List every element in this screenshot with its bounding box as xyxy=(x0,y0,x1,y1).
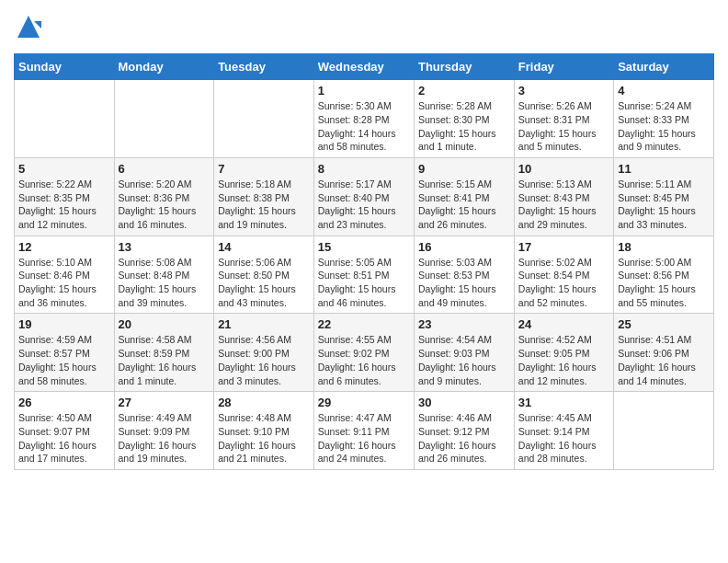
calendar-day-header: Tuesday xyxy=(214,54,314,80)
day-number: 31 xyxy=(518,396,609,409)
calendar-cell: 7Sunrise: 5:18 AM Sunset: 8:38 PM Daylig… xyxy=(214,157,314,236)
calendar-cell: 18Sunrise: 5:00 AM Sunset: 8:56 PM Dayli… xyxy=(614,236,714,314)
calendar-week-row: 12Sunrise: 5:10 AM Sunset: 8:46 PM Dayli… xyxy=(15,236,714,314)
day-number: 6 xyxy=(119,162,210,176)
day-number: 28 xyxy=(218,396,310,409)
day-info: Sunrise: 5:03 AM Sunset: 8:53 PM Dayligh… xyxy=(418,256,510,310)
day-info: Sunrise: 5:10 AM Sunset: 8:46 PM Dayligh… xyxy=(18,256,110,310)
calendar-cell: 28Sunrise: 4:48 AM Sunset: 9:10 PM Dayli… xyxy=(214,392,314,470)
day-info: Sunrise: 4:52 AM Sunset: 9:05 PM Dayligh… xyxy=(518,333,609,387)
calendar-body: 1Sunrise: 5:30 AM Sunset: 8:28 PM Daylig… xyxy=(15,80,714,470)
calendar-day-header: Sunday xyxy=(15,54,115,80)
day-info: Sunrise: 5:30 AM Sunset: 8:28 PM Dayligh… xyxy=(318,99,410,154)
calendar-day-header: Saturday xyxy=(614,54,714,80)
day-number: 12 xyxy=(18,240,110,254)
calendar-day-header: Wednesday xyxy=(313,54,414,80)
calendar-cell: 3Sunrise: 5:26 AM Sunset: 8:31 PM Daylig… xyxy=(514,80,613,158)
calendar-cell: 27Sunrise: 4:49 AM Sunset: 9:09 PM Dayli… xyxy=(114,392,214,470)
calendar-cell: 31Sunrise: 4:45 AM Sunset: 9:14 PM Dayli… xyxy=(514,392,613,470)
calendar-cell: 1Sunrise: 5:30 AM Sunset: 8:28 PM Daylig… xyxy=(313,80,414,158)
calendar-week-row: 26Sunrise: 4:50 AM Sunset: 9:07 PM Dayli… xyxy=(15,392,714,470)
day-info: Sunrise: 5:08 AM Sunset: 8:48 PM Dayligh… xyxy=(119,256,210,310)
calendar-cell: 9Sunrise: 5:15 AM Sunset: 8:41 PM Daylig… xyxy=(414,157,514,236)
day-info: Sunrise: 5:02 AM Sunset: 8:54 PM Dayligh… xyxy=(518,256,609,310)
calendar-cell: 24Sunrise: 4:52 AM Sunset: 9:05 PM Dayli… xyxy=(514,314,613,392)
day-info: Sunrise: 5:13 AM Sunset: 8:43 PM Dayligh… xyxy=(518,178,609,232)
day-number: 5 xyxy=(18,162,110,176)
day-number: 18 xyxy=(618,240,710,254)
day-number: 10 xyxy=(518,162,609,176)
calendar-cell: 17Sunrise: 5:02 AM Sunset: 8:54 PM Dayli… xyxy=(514,236,613,314)
day-number: 21 xyxy=(218,317,310,331)
day-number: 4 xyxy=(618,84,710,98)
calendar-cell: 11Sunrise: 5:11 AM Sunset: 8:45 PM Dayli… xyxy=(614,157,714,236)
calendar-table: SundayMondayTuesdayWednesdayThursdayFrid… xyxy=(14,53,714,470)
logo xyxy=(14,14,41,44)
calendar-cell xyxy=(114,80,214,158)
day-number: 2 xyxy=(418,84,510,98)
day-number: 22 xyxy=(318,317,410,331)
calendar-cell: 19Sunrise: 4:59 AM Sunset: 8:57 PM Dayli… xyxy=(15,314,115,392)
day-info: Sunrise: 5:28 AM Sunset: 8:30 PM Dayligh… xyxy=(418,99,510,154)
day-info: Sunrise: 5:05 AM Sunset: 8:51 PM Dayligh… xyxy=(318,256,410,310)
day-number: 26 xyxy=(18,396,110,409)
day-info: Sunrise: 5:20 AM Sunset: 8:36 PM Dayligh… xyxy=(119,178,210,232)
day-number: 14 xyxy=(218,240,310,254)
day-info: Sunrise: 4:51 AM Sunset: 9:06 PM Dayligh… xyxy=(618,333,710,387)
calendar-cell: 26Sunrise: 4:50 AM Sunset: 9:07 PM Dayli… xyxy=(15,392,115,470)
day-number: 30 xyxy=(418,396,510,409)
day-number: 13 xyxy=(119,240,210,254)
day-info: Sunrise: 5:22 AM Sunset: 8:35 PM Dayligh… xyxy=(18,178,110,232)
calendar-cell: 8Sunrise: 5:17 AM Sunset: 8:40 PM Daylig… xyxy=(313,157,414,236)
calendar-cell: 23Sunrise: 4:54 AM Sunset: 9:03 PM Dayli… xyxy=(414,314,514,392)
day-number: 11 xyxy=(618,162,710,176)
calendar-week-row: 19Sunrise: 4:59 AM Sunset: 8:57 PM Dayli… xyxy=(15,314,714,392)
calendar-cell: 12Sunrise: 5:10 AM Sunset: 8:46 PM Dayli… xyxy=(15,236,115,314)
calendar-cell: 13Sunrise: 5:08 AM Sunset: 8:48 PM Dayli… xyxy=(114,236,214,314)
day-info: Sunrise: 5:00 AM Sunset: 8:56 PM Dayligh… xyxy=(618,256,710,310)
day-number: 29 xyxy=(318,396,410,409)
day-number: 1 xyxy=(318,84,410,98)
calendar-cell: 14Sunrise: 5:06 AM Sunset: 8:50 PM Dayli… xyxy=(214,236,314,314)
calendar-cell: 21Sunrise: 4:56 AM Sunset: 9:00 PM Dayli… xyxy=(214,314,314,392)
day-info: Sunrise: 4:59 AM Sunset: 8:57 PM Dayligh… xyxy=(18,333,110,387)
day-info: Sunrise: 4:48 AM Sunset: 9:10 PM Dayligh… xyxy=(218,411,310,465)
day-info: Sunrise: 4:47 AM Sunset: 9:11 PM Dayligh… xyxy=(318,411,410,465)
logo-icon xyxy=(16,14,41,40)
calendar-cell: 25Sunrise: 4:51 AM Sunset: 9:06 PM Dayli… xyxy=(614,314,714,392)
day-number: 25 xyxy=(618,317,710,331)
day-number: 23 xyxy=(418,317,510,331)
calendar-cell xyxy=(614,392,714,470)
calendar-cell: 20Sunrise: 4:58 AM Sunset: 8:59 PM Dayli… xyxy=(114,314,214,392)
calendar-day-header: Thursday xyxy=(414,54,514,80)
calendar-cell: 10Sunrise: 5:13 AM Sunset: 8:43 PM Dayli… xyxy=(514,157,613,236)
day-number: 15 xyxy=(318,240,410,254)
calendar-cell: 6Sunrise: 5:20 AM Sunset: 8:36 PM Daylig… xyxy=(114,157,214,236)
day-info: Sunrise: 4:50 AM Sunset: 9:07 PM Dayligh… xyxy=(18,411,110,465)
day-info: Sunrise: 5:17 AM Sunset: 8:40 PM Dayligh… xyxy=(318,178,410,232)
day-info: Sunrise: 4:55 AM Sunset: 9:02 PM Dayligh… xyxy=(318,333,410,387)
day-number: 8 xyxy=(318,162,410,176)
page-header xyxy=(14,14,714,44)
day-info: Sunrise: 5:15 AM Sunset: 8:41 PM Dayligh… xyxy=(418,178,510,232)
calendar-cell: 4Sunrise: 5:24 AM Sunset: 8:33 PM Daylig… xyxy=(614,80,714,158)
day-number: 7 xyxy=(218,162,310,176)
calendar-cell: 15Sunrise: 5:05 AM Sunset: 8:51 PM Dayli… xyxy=(313,236,414,314)
calendar-day-header: Friday xyxy=(514,54,613,80)
day-info: Sunrise: 5:06 AM Sunset: 8:50 PM Dayligh… xyxy=(218,256,310,310)
day-info: Sunrise: 5:18 AM Sunset: 8:38 PM Dayligh… xyxy=(218,178,310,232)
day-number: 3 xyxy=(518,84,609,98)
day-info: Sunrise: 4:49 AM Sunset: 9:09 PM Dayligh… xyxy=(119,411,210,465)
calendar-day-header: Monday xyxy=(114,54,214,80)
calendar-cell: 29Sunrise: 4:47 AM Sunset: 9:11 PM Dayli… xyxy=(313,392,414,470)
calendar-cell: 22Sunrise: 4:55 AM Sunset: 9:02 PM Dayli… xyxy=(313,314,414,392)
calendar-week-row: 1Sunrise: 5:30 AM Sunset: 8:28 PM Daylig… xyxy=(15,80,714,158)
day-number: 27 xyxy=(119,396,210,409)
day-number: 16 xyxy=(418,240,510,254)
calendar-cell: 16Sunrise: 5:03 AM Sunset: 8:53 PM Dayli… xyxy=(414,236,514,314)
day-number: 20 xyxy=(119,317,210,331)
day-info: Sunrise: 5:26 AM Sunset: 8:31 PM Dayligh… xyxy=(518,99,609,154)
day-info: Sunrise: 4:56 AM Sunset: 9:00 PM Dayligh… xyxy=(218,333,310,387)
day-number: 19 xyxy=(18,317,110,331)
calendar-cell: 2Sunrise: 5:28 AM Sunset: 8:30 PM Daylig… xyxy=(414,80,514,158)
